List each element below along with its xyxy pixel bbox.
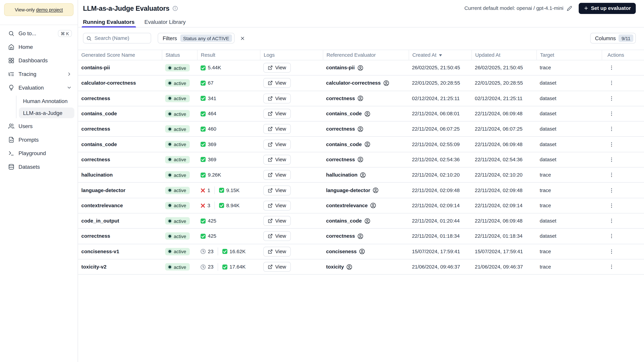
user-circle-icon	[364, 141, 370, 147]
table-row: correctness active 369 View correctness …	[78, 152, 644, 168]
view-logs-button[interactable]: View	[263, 155, 291, 165]
score-name: language-detector	[81, 187, 126, 193]
tab-running-evaluators[interactable]: Running Evaluators	[83, 16, 134, 27]
sidebar-item-human-annotation[interactable]: Human Annotation	[19, 96, 74, 106]
view-logs-button[interactable]: View	[263, 78, 291, 88]
sort-desc-icon	[438, 53, 442, 57]
result-segment: 8.94K	[219, 203, 240, 208]
result-segment: 460	[200, 126, 216, 132]
row-actions-menu[interactable]	[607, 124, 616, 133]
row-actions-menu[interactable]	[607, 94, 616, 103]
column-header-result[interactable]: Result	[197, 50, 260, 60]
result-segment: 23	[200, 264, 214, 270]
row-actions-menu[interactable]	[607, 170, 616, 179]
view-logs-button[interactable]: View	[263, 185, 291, 195]
row-actions-menu[interactable]	[607, 79, 616, 88]
row-actions-menu[interactable]	[607, 216, 616, 225]
view-label: View	[275, 95, 286, 101]
view-logs-button[interactable]: View	[263, 201, 291, 210]
user-circle-icon	[360, 172, 366, 178]
info-icon[interactable]	[173, 5, 178, 11]
updated-at-cell: 22/11/2024, 02:09:48	[472, 183, 536, 198]
view-logs-button[interactable]: View	[263, 124, 291, 134]
pass-icon	[200, 142, 206, 147]
result-segment: 3	[200, 203, 210, 208]
sidebar-item-users[interactable]: Users	[3, 121, 74, 132]
column-header-updated-at[interactable]: Updated At	[472, 50, 536, 60]
row-actions-menu[interactable]	[607, 63, 616, 72]
sidebar-item-llm-as-a-judge[interactable]: LLM-as-a-Judge	[19, 108, 74, 118]
demo-project-link[interactable]: demo project	[36, 7, 63, 12]
row-actions-menu[interactable]	[607, 201, 616, 210]
view-logs-button[interactable]: View	[263, 170, 291, 180]
filters-label: Filters	[163, 35, 177, 41]
setup-evaluator-label: Set up evaluator	[591, 5, 631, 11]
clear-filters-icon[interactable]	[240, 35, 245, 41]
status-badge: active	[165, 248, 190, 255]
result-count: 341	[208, 95, 216, 101]
view-logs-button[interactable]: View	[263, 231, 291, 241]
score-name: toxicity-v2	[81, 264, 106, 270]
edit-pencil-icon[interactable]	[567, 5, 572, 11]
external-link-icon	[268, 218, 273, 223]
user-circle-icon	[370, 202, 376, 209]
result-cell: 369	[197, 152, 260, 167]
status-label: active	[174, 142, 186, 147]
sidebar-item-go-to[interactable]: Go to... ⌘ K	[3, 28, 74, 39]
tab-evaluator-library[interactable]: Evaluator Library	[144, 16, 186, 27]
row-actions-menu[interactable]	[607, 232, 616, 241]
columns-label: Columns	[595, 35, 616, 41]
view-logs-button[interactable]: View	[263, 247, 291, 256]
filters-button[interactable]: Filters Status any of ACTIVE	[158, 33, 234, 43]
created-at-cell: 26/02/2025, 21:50:45	[409, 60, 472, 75]
status-badge: active	[165, 232, 190, 240]
sidebar-item-dashboards[interactable]: Dashboards	[3, 55, 74, 66]
view-logs-button[interactable]: View	[263, 262, 291, 272]
sidebar-item-evaluation[interactable]: Evaluation	[3, 82, 74, 93]
row-actions-menu[interactable]	[607, 186, 616, 195]
view-logs-button[interactable]: View	[263, 139, 291, 149]
row-actions-menu[interactable]	[607, 155, 616, 164]
column-header-created-at[interactable]: Created At	[409, 50, 472, 60]
status-label: active	[174, 65, 186, 70]
view-logs-button[interactable]: View	[263, 109, 291, 119]
result-count: 67	[208, 80, 214, 86]
sidebar-item-playground[interactable]: Playground	[3, 148, 74, 159]
target-cell: trace	[536, 183, 602, 198]
view-logs-button[interactable]: View	[263, 216, 291, 226]
updated-at-cell: 22/11/2024, 02:10:20	[472, 168, 536, 183]
status-label: active	[174, 126, 186, 132]
sidebar-item-datasets[interactable]: Datasets	[3, 161, 74, 172]
search-input[interactable]	[83, 33, 151, 43]
target-cell: dataset	[536, 213, 602, 228]
columns-button[interactable]: Columns 9/11	[590, 33, 636, 43]
sidebar-item-tracing[interactable]: Tracing	[3, 69, 74, 80]
view-logs-button[interactable]: View	[263, 93, 291, 103]
score-name: hallucination	[81, 172, 112, 178]
column-header-target[interactable]: Target	[536, 50, 602, 60]
column-header-status[interactable]: Status	[162, 50, 197, 60]
referenced-evaluator-cell: toxicity	[323, 259, 409, 274]
row-actions-menu[interactable]	[607, 109, 616, 118]
external-link-icon	[268, 264, 273, 269]
row-actions-menu[interactable]	[607, 140, 616, 149]
referenced-evaluator-name: correctness	[326, 95, 355, 101]
setup-evaluator-button[interactable]: Set up evaluator	[578, 3, 636, 14]
column-header-referenced-evaluator[interactable]: Referenced Evaluator	[323, 50, 409, 60]
sidebar-item-home[interactable]: Home	[3, 41, 74, 52]
row-actions-menu[interactable]	[607, 262, 616, 271]
row-actions-menu[interactable]	[607, 247, 616, 256]
status-badge: active	[165, 125, 190, 133]
result-count: 3	[207, 203, 210, 208]
result-count: 425	[208, 233, 216, 239]
status-dot-icon	[168, 235, 171, 238]
evaluators-table: Generated Score Name Status Result Logs …	[78, 50, 644, 275]
external-link-icon	[268, 126, 273, 131]
column-header-logs[interactable]: Logs	[260, 50, 323, 60]
column-header-generated-score-name[interactable]: Generated Score Name	[78, 50, 162, 60]
sidebar-item-prompts[interactable]: Prompts	[3, 134, 74, 145]
chevron-right-icon	[66, 71, 72, 77]
column-header-actions[interactable]: Actions	[602, 50, 644, 60]
view-logs-button[interactable]: View	[263, 63, 291, 73]
banner-wrap: View-only demo project	[0, 0, 78, 16]
